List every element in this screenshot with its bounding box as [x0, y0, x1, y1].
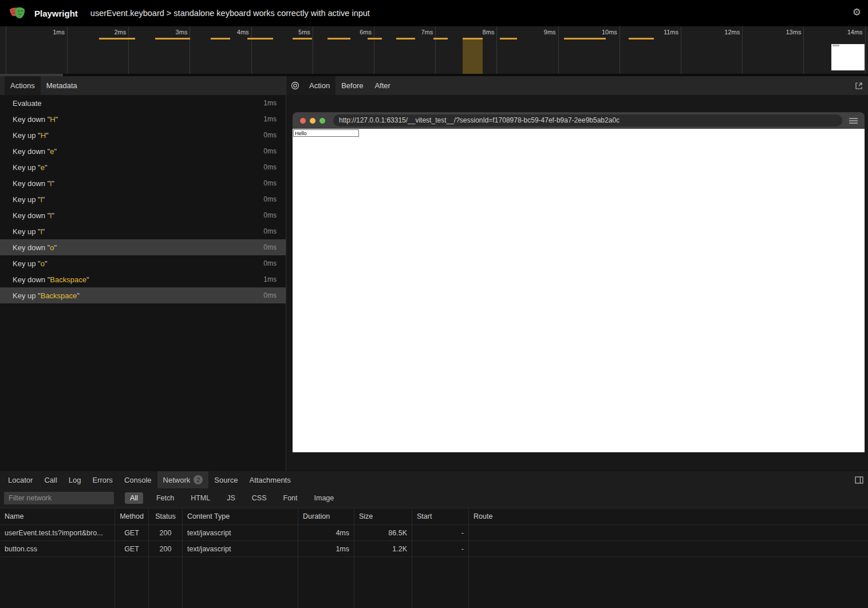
timeline-action-bar[interactable]: [396, 38, 415, 40]
split-panel-icon: [855, 476, 863, 484]
timeline-gridline: [620, 26, 620, 74]
tab-locator[interactable]: Locator: [2, 471, 38, 488]
key-value: l: [50, 211, 52, 220]
timeline-action-bar[interactable]: [328, 38, 351, 40]
timeline-action-bar[interactable]: [155, 38, 190, 40]
action-row[interactable]: Key down "l"0ms: [0, 207, 286, 223]
timeline-action-bar[interactable]: [247, 38, 273, 40]
action-label: Key down "Backspace": [0, 275, 89, 284]
timeline-tick-label: 10ms: [584, 29, 617, 35]
timeline-tick-label: 8ms: [461, 29, 494, 35]
action-row[interactable]: Key up "l"0ms: [0, 191, 286, 207]
key-value: e: [41, 163, 45, 172]
timeline-gridline: [251, 26, 252, 74]
tab-console[interactable]: Console: [119, 471, 157, 488]
action-row[interactable]: Key up "e"0ms: [0, 159, 286, 175]
action-row[interactable]: Key up "H"0ms: [0, 127, 286, 143]
chip-font[interactable]: Font: [280, 492, 301, 504]
key-value: e: [50, 147, 54, 156]
timeline-action-bar[interactable]: [433, 38, 448, 40]
action-label: Key up "o": [0, 259, 48, 268]
action-duration: 1ms: [263, 115, 286, 123]
column-header[interactable]: Content Type: [182, 508, 298, 525]
filler-cell: [354, 557, 412, 608]
column-header[interactable]: Name: [0, 508, 115, 525]
top-bar: Playwright userEvent.keyboard > standalo…: [0, 0, 868, 26]
chip-fetch[interactable]: Fetch: [153, 492, 177, 504]
timeline-action-bar[interactable]: [99, 38, 135, 40]
timeline-action-bar[interactable]: [368, 38, 382, 40]
action-row[interactable]: Key up "Backspace"0ms: [0, 287, 286, 303]
network-request-row[interactable]: button.cssGET200text/javascript1ms1.2K-: [0, 541, 868, 557]
timeline-action-bar[interactable]: [629, 38, 654, 40]
cell: 1ms: [298, 541, 354, 557]
snapshot-pane: ActionBeforeAfter http://127.0.0.1:633: [286, 76, 868, 471]
chip-html[interactable]: HTML: [187, 492, 214, 504]
tab-after[interactable]: After: [369, 76, 396, 95]
tab-call[interactable]: Call: [38, 471, 62, 488]
tab-actions[interactable]: Actions: [5, 76, 41, 95]
timeline-gridline: [496, 26, 497, 74]
trace-viewer: Playwright userEvent.keyboard > standalo…: [0, 0, 868, 608]
snapshot-page: [293, 129, 865, 452]
tab-log[interactable]: Log: [63, 471, 87, 488]
timeline[interactable]: 1ms2ms3ms4ms5ms6ms7ms8ms9ms10ms11ms12ms1…: [0, 26, 868, 74]
timeline-gridline: [803, 26, 804, 74]
tab-metadata[interactable]: Metadata: [41, 76, 83, 95]
tab-source[interactable]: Source: [208, 471, 243, 488]
action-row[interactable]: Key down "H"1ms: [0, 111, 286, 127]
action-row[interactable]: Key up "l"0ms: [0, 223, 286, 239]
timeline-action-bar[interactable]: [564, 38, 606, 40]
action-row[interactable]: Key down "l"0ms: [0, 175, 286, 191]
action-row[interactable]: Evaluate1ms: [0, 95, 286, 111]
column-header[interactable]: Duration: [298, 508, 354, 525]
chip-all[interactable]: All: [125, 492, 143, 504]
tab-action[interactable]: Action: [303, 76, 336, 95]
tab-attachments[interactable]: Attachments: [243, 471, 296, 488]
chip-js[interactable]: JS: [223, 492, 239, 504]
action-row[interactable]: Key down "Backspace"1ms: [0, 271, 286, 287]
action-duration: 1ms: [263, 99, 286, 107]
chip-image[interactable]: Image: [311, 492, 338, 504]
action-duration: 0ms: [263, 131, 286, 139]
hello-text-input[interactable]: [293, 129, 359, 137]
column-header[interactable]: Size: [354, 508, 412, 525]
timeline-gridline: [128, 26, 129, 74]
action-label: Key down "e": [0, 147, 57, 156]
key-value: Backspace: [50, 275, 86, 284]
action-row[interactable]: Key down "o"0ms: [0, 239, 286, 255]
column-header[interactable]: Status: [148, 508, 182, 525]
timeline-selected-action-bar[interactable]: [463, 38, 482, 74]
cell: -: [412, 525, 468, 541]
network-request-row[interactable]: userEvent.test.ts?import&bro...GET200tex…: [0, 525, 868, 541]
timeline-action-bar[interactable]: [211, 38, 230, 40]
traffic-light-yellow: [310, 118, 315, 124]
film-strip-frame[interactable]: [831, 44, 865, 70]
tab-before[interactable]: Before: [336, 76, 369, 95]
action-label: Key up "l": [0, 227, 45, 236]
toggle-panel-layout[interactable]: [855, 471, 868, 488]
filler-cell: [0, 557, 115, 608]
cell: 4ms: [298, 525, 354, 541]
action-row[interactable]: Key down "e"0ms: [0, 143, 286, 159]
timeline-action-bar[interactable]: [500, 38, 517, 40]
column-header[interactable]: Start: [412, 508, 468, 525]
tab-errors[interactable]: Errors: [86, 471, 118, 488]
filler-cell: [148, 557, 182, 608]
snapshot-tabstrip: ActionBeforeAfter: [286, 76, 868, 95]
menu-icon[interactable]: [849, 118, 858, 124]
tab-network[interactable]: Network2: [157, 471, 209, 488]
timeline-gridline: [374, 26, 374, 74]
settings-gear-icon[interactable]: ⚙: [853, 7, 861, 17]
column-header[interactable]: Method: [115, 508, 148, 525]
pick-locator-box[interactable]: [286, 76, 303, 95]
timeline-gridline: [6, 26, 6, 74]
chip-css[interactable]: CSS: [248, 492, 270, 504]
column-header[interactable]: Route: [468, 508, 868, 525]
filter-network-input[interactable]: [4, 492, 114, 504]
action-row[interactable]: Key up "o"0ms: [0, 255, 286, 271]
filler-cell: [298, 557, 354, 608]
open-snapshot-box[interactable]: [855, 76, 868, 95]
key-value: H: [50, 115, 55, 124]
timeline-action-bar[interactable]: [293, 38, 311, 40]
